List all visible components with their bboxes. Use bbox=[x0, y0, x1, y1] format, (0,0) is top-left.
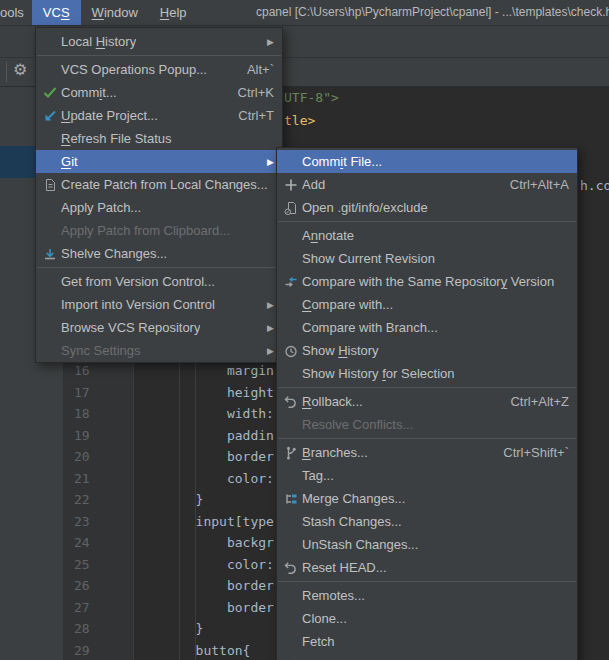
menu-separator bbox=[278, 387, 576, 388]
gear-icon[interactable]: ⚙ bbox=[13, 60, 27, 79]
menu-item-create-patch-from-local-changes[interactable]: Create Patch from Local Changes... bbox=[36, 173, 282, 196]
menu-item-spacer bbox=[40, 223, 60, 239]
commit-check-icon bbox=[40, 85, 60, 101]
menu-item-spacer bbox=[281, 417, 301, 433]
menu-item-vcs-operations-popup[interactable]: VCS Operations Popup...Alt+` bbox=[36, 58, 282, 81]
menu-item-apply-patch-from-clipboard: Apply Patch from Clipboard... bbox=[36, 219, 282, 242]
menu-item-spacer bbox=[40, 34, 60, 50]
line-number: 19 bbox=[64, 425, 133, 447]
menu-item-remotes[interactable]: Remotes... bbox=[277, 584, 577, 607]
update-arrow-icon bbox=[40, 108, 60, 124]
menu-item-compare-with-branch[interactable]: Compare with Branch... bbox=[277, 316, 577, 339]
menu-separator bbox=[278, 221, 576, 222]
menu-item-commit-file[interactable]: Commit File... bbox=[277, 150, 577, 173]
menu-item-label: Show History bbox=[302, 343, 379, 358]
menu-item-refresh-file-status[interactable]: Refresh File Status bbox=[36, 127, 282, 150]
menu-item-spacer bbox=[281, 537, 301, 553]
window-title: cpanel [C:\Users\hp\PycharmProject\cpane… bbox=[256, 5, 609, 19]
branch-icon bbox=[281, 445, 301, 461]
menu-item-merge-changes[interactable]: Merge Changes... bbox=[277, 487, 577, 510]
menu-item-spacer bbox=[40, 320, 60, 336]
menu-item-label: Update Project... bbox=[61, 108, 158, 123]
line-number: 17 bbox=[64, 382, 133, 404]
menu-shortcut: Alt+` bbox=[229, 62, 274, 77]
menu-item-branches[interactable]: Branches...Ctrl+Shift+` bbox=[277, 441, 577, 464]
menu-item-label: Import into Version Control bbox=[61, 297, 215, 312]
menu-item-show-history-for-selection[interactable]: Show History for Selection bbox=[277, 362, 577, 385]
menu-item-label: Annotate bbox=[302, 228, 354, 243]
line-number: 18 bbox=[64, 403, 133, 425]
menu-item-tag[interactable]: Tag... bbox=[277, 464, 577, 487]
menu-item-compare-with-the-same-repository-version[interactable]: Compare with the Same Repository Version bbox=[277, 270, 577, 293]
menu-item-commit[interactable]: Commit...Ctrl+K bbox=[36, 81, 282, 104]
menubar-item-ools[interactable]: ools bbox=[0, 0, 32, 25]
menu-item-label: Get from Version Control... bbox=[61, 274, 215, 289]
menu-item-compare-with[interactable]: Compare with... bbox=[277, 293, 577, 316]
menu-item-spacer bbox=[281, 611, 301, 627]
menu-item-reset-head[interactable]: Reset HEAD... bbox=[277, 556, 577, 579]
menu-item-label: Fetch bbox=[302, 634, 335, 649]
menubar-item-vcs[interactable]: VCS bbox=[32, 0, 81, 25]
menu-item-rollback[interactable]: Rollback...Ctrl+Alt+Z bbox=[277, 390, 577, 413]
menu-item-label: Browse VCS Repository bbox=[61, 320, 200, 335]
menu-item-label: Stash Changes... bbox=[302, 514, 402, 529]
menu-item-label: Rollback... bbox=[302, 394, 363, 409]
menu-item-label: VCS Operations Popup... bbox=[61, 62, 207, 77]
menu-item-add[interactable]: AddCtrl+Alt+A bbox=[277, 173, 577, 196]
menu-item-spacer bbox=[281, 251, 301, 267]
menu-shortcut: Ctrl+K bbox=[220, 85, 274, 100]
menubar-item-help[interactable]: Help bbox=[149, 0, 198, 25]
menu-item-git[interactable]: Git▶ bbox=[36, 150, 282, 173]
submenu-arrow-icon: ▶ bbox=[257, 346, 274, 356]
menu-item-label: Branches... bbox=[302, 445, 368, 460]
menu-separator bbox=[278, 438, 576, 439]
line-number: 27 bbox=[64, 597, 133, 619]
line-number: 25 bbox=[64, 554, 133, 576]
menu-item-label: Resolve Conflicts... bbox=[302, 417, 413, 432]
menu-item-label: Apply Patch from Clipboard... bbox=[61, 223, 230, 238]
menu-item-pull[interactable]: Pull... bbox=[277, 653, 577, 660]
menu-item-spacer bbox=[40, 200, 60, 216]
git-submenu: Commit File...AddCtrl+Alt+AOpen .git/inf… bbox=[276, 147, 578, 660]
menu-item-get-from-version-control[interactable]: Get from Version Control... bbox=[36, 270, 282, 293]
menu-item-label: Sync Settings bbox=[61, 343, 141, 358]
submenu-arrow-icon: ▶ bbox=[257, 157, 274, 167]
menu-item-browse-vcs-repository[interactable]: Browse VCS Repository▶ bbox=[36, 316, 282, 339]
menu-item-label: Open .git/info/exclude bbox=[302, 200, 428, 215]
menu-item-shelve-changes[interactable]: Shelve Changes... bbox=[36, 242, 282, 265]
menu-item-label: Show Current Revision bbox=[302, 251, 435, 266]
menu-item-clone[interactable]: Clone... bbox=[277, 607, 577, 630]
pycharm-window: ⚙ 1617181920212223242526272829 margin he… bbox=[0, 0, 609, 660]
menu-item-update-project[interactable]: Update Project...Ctrl+T bbox=[36, 104, 282, 127]
menu-item-stash-changes[interactable]: Stash Changes... bbox=[277, 510, 577, 533]
merge-icon bbox=[281, 491, 301, 507]
menu-item-label: Refresh File Status bbox=[61, 131, 172, 146]
menu-item-unstash-changes[interactable]: UnStash Changes... bbox=[277, 533, 577, 556]
menu-item-show-current-revision[interactable]: Show Current Revision bbox=[277, 247, 577, 270]
menu-item-spacer bbox=[281, 366, 301, 382]
menu-item-label: Remotes... bbox=[302, 588, 365, 603]
menu-item-fetch[interactable]: Fetch bbox=[277, 630, 577, 653]
menu-item-label: Compare with Branch... bbox=[302, 320, 438, 335]
toolbar-divider bbox=[6, 62, 7, 82]
menu-item-local-history[interactable]: Local History▶ bbox=[36, 30, 282, 53]
line-number: 24 bbox=[64, 532, 133, 554]
menu-item-spacer bbox=[40, 131, 60, 147]
line-number: 21 bbox=[64, 468, 133, 490]
menu-item-spacer bbox=[281, 634, 301, 650]
menu-item-sync-settings: Sync Settings▶ bbox=[36, 339, 282, 362]
menu-item-apply-patch[interactable]: Apply Patch... bbox=[36, 196, 282, 219]
menu-item-show-history[interactable]: Show History bbox=[277, 339, 577, 362]
menubar-item-window[interactable]: Window bbox=[81, 0, 149, 25]
menu-item-open-git-info-exclude[interactable]: Open .git/info/exclude bbox=[277, 196, 577, 219]
menu-shortcut: Ctrl+Alt+Z bbox=[492, 394, 569, 409]
shelve-icon bbox=[40, 246, 60, 262]
code-fragment: h.co bbox=[580, 178, 609, 193]
rollback-icon bbox=[281, 560, 301, 576]
menu-item-label: Tag... bbox=[302, 468, 334, 483]
patch-file-icon bbox=[40, 177, 60, 193]
menu-item-import-into-version-control[interactable]: Import into Version Control▶ bbox=[36, 293, 282, 316]
menu-separator bbox=[37, 55, 281, 56]
menu-item-spacer bbox=[40, 62, 60, 78]
menu-item-annotate[interactable]: Annotate bbox=[277, 224, 577, 247]
